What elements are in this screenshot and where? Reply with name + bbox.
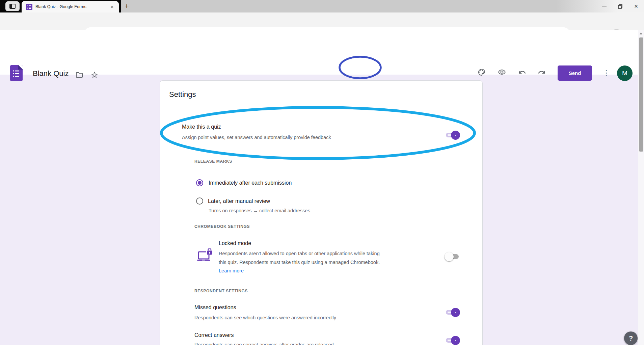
toggle-knob (451, 131, 460, 140)
window-minimize-button[interactable] (596, 0, 612, 12)
radio-immediately-label[interactable]: Immediately after each submission (209, 180, 292, 186)
toggle-knob (451, 336, 460, 345)
new-tab-button[interactable]: + (122, 2, 131, 11)
browser-window: Blank Quiz - Google Forms × + × (0, 0, 644, 345)
locked-mode-description-text: Respondents aren't allowed to open tabs … (219, 251, 380, 265)
theme-palette-icon[interactable] (478, 68, 486, 76)
browser-tab-strip: Blank Quiz - Google Forms × + × (0, 0, 644, 12)
toggle-knob (445, 252, 454, 261)
window-controls: × (596, 0, 644, 12)
toggle-knob (451, 308, 460, 317)
settings-heading: Settings (169, 90, 196, 99)
scrollbar-up-arrow-icon[interactable] (640, 32, 642, 34)
quiz-toggle[interactable] (446, 133, 459, 137)
settings-card: Settings Make this a quiz Assign point v… (160, 80, 483, 345)
missed-questions-description: Respondents can see which questions were… (194, 315, 336, 320)
minimize-icon (602, 6, 607, 6)
undo-icon[interactable] (518, 68, 526, 76)
radio-later[interactable] (196, 197, 203, 205)
help-button[interactable]: ? (624, 331, 638, 345)
radio-immediately[interactable] (196, 179, 203, 186)
radio-later-label[interactable]: Later, after manual review (208, 198, 270, 204)
locked-mode-toggle[interactable] (446, 254, 459, 259)
tab-close-icon[interactable]: × (109, 3, 115, 10)
tab-title: Blank Quiz - Google Forms (35, 4, 109, 9)
window-restore-button[interactable] (612, 0, 628, 12)
locked-mode-laptop-lock-icon (197, 248, 213, 263)
vertical-scrollbar[interactable] (638, 30, 644, 345)
missed-questions-toggle[interactable] (446, 310, 459, 315)
document-title[interactable]: Blank Quiz (33, 69, 69, 78)
quiz-toggle-description: Assign point values, set answers and aut… (182, 135, 331, 140)
respondent-settings-header: RESPONDENT SETTINGS (194, 289, 248, 293)
correct-answers-title: Correct answers (194, 332, 234, 338)
missed-questions-title: Missed questions (194, 304, 236, 311)
locked-mode-title: Locked mode (219, 240, 251, 246)
send-button[interactable]: Send (558, 65, 592, 81)
redo-icon[interactable] (538, 68, 546, 76)
correct-answers-description: Respondents can see correct answers afte… (194, 342, 334, 345)
browser-toolbar: https://docs.google.com/forms/d/1OKCFcL-… (0, 12, 644, 30)
close-icon: × (634, 3, 638, 10)
account-avatar[interactable]: M (617, 65, 633, 81)
move-to-folder-icon[interactable] (75, 71, 83, 79)
learn-more-link[interactable]: Learn more (219, 268, 244, 273)
tab-workspaces-button[interactable] (5, 1, 20, 11)
browser-tab[interactable]: Blank Quiz - Google Forms × (22, 1, 119, 12)
restore-icon (618, 4, 623, 9)
divider (169, 107, 474, 107)
logo-fold (18, 65, 23, 70)
correct-answers-toggle[interactable] (446, 338, 459, 343)
forms-header-band: Blank Quiz Send ⋮ M Questions Responses … (0, 30, 644, 75)
workspaces-icon (9, 4, 16, 9)
star-form-icon[interactable] (90, 71, 99, 79)
quiz-toggle-title: Make this a quiz (182, 124, 221, 130)
radio-later-sublabel: Turns on responses → collect email addre… (209, 208, 310, 213)
forms-more-options-icon[interactable]: ⋮ (603, 68, 610, 78)
google-forms-logo-icon[interactable] (10, 65, 23, 81)
window-close-button[interactable]: × (628, 0, 644, 12)
release-marks-header: RELEASE MARKS (194, 159, 232, 164)
scrollbar-thumb[interactable] (639, 37, 643, 152)
google-forms-favicon-icon (26, 4, 32, 10)
chromebook-settings-header: CHROMEBOOK SETTINGS (194, 224, 250, 229)
preview-eye-icon[interactable] (498, 68, 506, 76)
locked-mode-description: Respondents aren't allowed to open tabs … (219, 249, 380, 275)
